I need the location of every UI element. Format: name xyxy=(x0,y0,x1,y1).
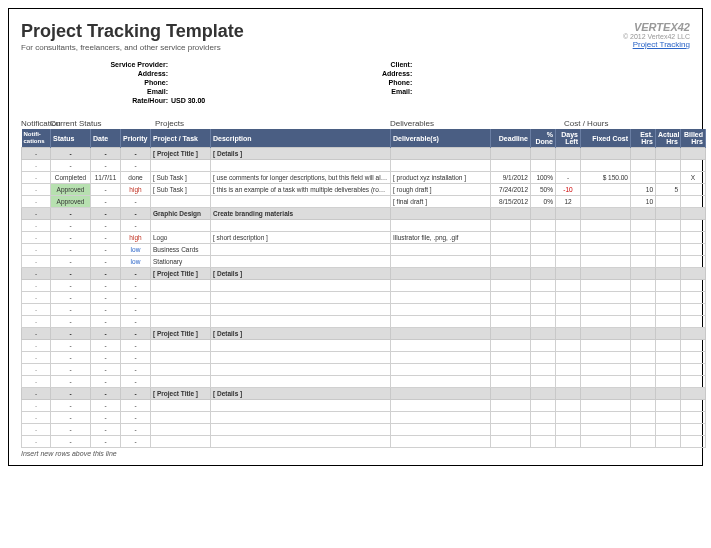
cell: - xyxy=(51,352,91,364)
cell xyxy=(556,424,581,436)
cell xyxy=(656,220,681,232)
rate-value: USD 30.00 xyxy=(171,96,205,105)
cell: - xyxy=(51,436,91,448)
cell xyxy=(391,256,491,268)
cell xyxy=(631,412,656,424)
cell xyxy=(681,376,706,388)
cell xyxy=(631,436,656,448)
cell xyxy=(656,292,681,304)
cell xyxy=(391,412,491,424)
cell xyxy=(656,340,681,352)
cell xyxy=(211,160,391,172)
cell xyxy=(391,436,491,448)
table-body: ----[ Project Title ][ Details ]-----Com… xyxy=(22,148,706,448)
cell xyxy=(556,160,581,172)
cell xyxy=(491,304,531,316)
cell xyxy=(681,292,706,304)
cell xyxy=(681,196,706,208)
cell xyxy=(491,412,531,424)
cell xyxy=(211,316,391,328)
cell xyxy=(491,376,531,388)
cell: - xyxy=(91,268,121,280)
cell xyxy=(211,352,391,364)
cell xyxy=(391,292,491,304)
cell xyxy=(211,364,391,376)
cell: 10 xyxy=(631,196,656,208)
header: Project Tracking Template For consultant… xyxy=(21,21,690,52)
cell xyxy=(581,208,631,220)
cell xyxy=(531,400,556,412)
col-date: Date xyxy=(91,129,121,148)
cell: - xyxy=(22,196,51,208)
col-notif: Notifi-cations xyxy=(22,129,51,148)
cell: - xyxy=(91,256,121,268)
cell xyxy=(531,292,556,304)
cell: Stationary xyxy=(151,256,211,268)
cell xyxy=(531,352,556,364)
cell xyxy=(556,340,581,352)
cell: - xyxy=(91,280,121,292)
cell: Completed xyxy=(51,172,91,184)
cell xyxy=(656,148,681,160)
cell xyxy=(581,184,631,196)
cell: - xyxy=(51,340,91,352)
cell xyxy=(556,364,581,376)
table-row: ----[ Project Title ][ Details ] xyxy=(22,388,706,400)
cell: - xyxy=(121,316,151,328)
cell xyxy=(531,244,556,256)
cell xyxy=(531,340,556,352)
cell: - xyxy=(51,148,91,160)
cell xyxy=(556,328,581,340)
cell: - xyxy=(91,364,121,376)
cell xyxy=(656,388,681,400)
cell: - xyxy=(22,400,51,412)
cell xyxy=(581,304,631,316)
cell: - xyxy=(22,232,51,244)
cell: - xyxy=(91,388,121,400)
table-row: ---- xyxy=(22,160,706,172)
table-row: ---- xyxy=(22,280,706,292)
col-actual: Actual Hrs xyxy=(656,129,681,148)
cell xyxy=(391,208,491,220)
table-row: ---- xyxy=(22,436,706,448)
cell xyxy=(151,424,211,436)
cell: - xyxy=(51,208,91,220)
cell xyxy=(531,388,556,400)
cell: [ Details ] xyxy=(211,268,391,280)
cell xyxy=(211,304,391,316)
cell xyxy=(631,148,656,160)
cell xyxy=(211,340,391,352)
cell: - xyxy=(51,388,91,400)
cell xyxy=(391,328,491,340)
cell xyxy=(631,376,656,388)
cell xyxy=(681,244,706,256)
cell: - xyxy=(91,352,121,364)
col-desc: Description xyxy=(211,129,391,148)
cell: - xyxy=(22,208,51,220)
table-row: ---- xyxy=(22,376,706,388)
project-tracking-link[interactable]: Project Tracking xyxy=(633,40,690,49)
cell xyxy=(631,352,656,364)
cell: - xyxy=(121,376,151,388)
cell: 8/15/2012 xyxy=(491,196,531,208)
cell: [ use comments for longer descriptions, … xyxy=(211,172,391,184)
cell xyxy=(211,400,391,412)
cell: - xyxy=(91,376,121,388)
cell: - xyxy=(22,220,51,232)
label-email: Email: xyxy=(101,87,171,96)
cell xyxy=(391,160,491,172)
cell: - xyxy=(22,424,51,436)
cell: - xyxy=(51,424,91,436)
cell: 7/24/2012 xyxy=(491,184,531,196)
cell xyxy=(681,160,706,172)
cell xyxy=(531,424,556,436)
cell xyxy=(391,352,491,364)
table-row: ---- xyxy=(22,352,706,364)
cell xyxy=(556,316,581,328)
cell xyxy=(211,196,391,208)
cell: - xyxy=(22,148,51,160)
cell xyxy=(531,412,556,424)
cell xyxy=(531,376,556,388)
cell xyxy=(491,268,531,280)
cell: 100% xyxy=(531,172,556,184)
